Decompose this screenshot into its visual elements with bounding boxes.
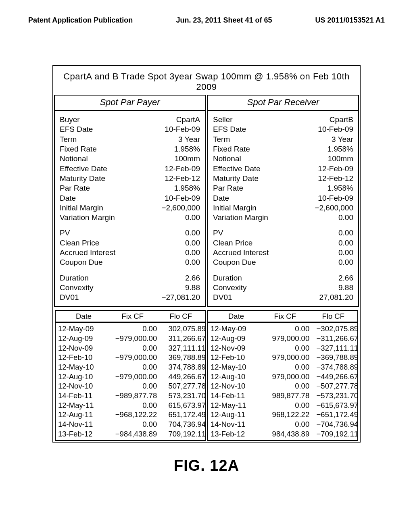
cashflow-cell-flo: 507,277.78: [157, 381, 207, 391]
cashflow-cell-fix: 0.00: [108, 362, 157, 372]
cashflow-row: 12-Aug-11968,122.22−651,172.49: [209, 410, 357, 420]
kv-value: 9.88: [185, 283, 200, 293]
cashflow-cell-fix: 0.00: [261, 420, 309, 429]
kv-label: Maturity Date: [60, 174, 105, 183]
kv-spacer: [213, 268, 353, 273]
cashflow-cell-flo: −704,736.94: [309, 420, 360, 429]
kv-spacer: [213, 222, 353, 228]
cashflow-cell-date: 12-Nov-09: [56, 343, 108, 353]
kv-value: 0.00: [338, 238, 353, 248]
kv-spacer: [60, 222, 200, 228]
cashflow-cell-flo: 311,266.67: [157, 334, 207, 343]
cashflow-row: 12-May-110.00615,673.97: [56, 401, 204, 410]
kv-label: Fixed Rate: [213, 144, 250, 154]
figure-title: CpartA and B Trade Spot 3year Swap 100mm…: [53, 66, 360, 94]
kv-row: Convexity9.88: [60, 283, 200, 293]
cashflow-cell-date: 12-May-11: [56, 401, 108, 410]
kv-value: CpartA: [176, 115, 200, 125]
kv-row: Effective Date12-Feb-09: [60, 164, 200, 174]
cashflow-cell-date: 12-Feb-10: [209, 353, 261, 362]
kv-row: Maturity Date12-Feb-12: [213, 174, 353, 183]
cashflow-cell-flo: 302,075.89: [157, 324, 207, 334]
cashflow-row: 13-Feb-12−984,438.89709,192.11: [56, 429, 204, 439]
cashflow-cell-fix: 0.00: [261, 324, 309, 334]
cashflow-cell-fix: 0.00: [108, 381, 157, 391]
kv-value: 0.00: [185, 238, 200, 248]
kv-label: Variation Margin: [213, 213, 268, 222]
kv-label: Accrued Interest: [60, 248, 115, 258]
kv-value: 0.00: [338, 213, 353, 222]
cashflow-cell-flo: −369,788.89: [309, 353, 360, 362]
kv-value: 1.958%: [327, 144, 353, 154]
kv-row: Coupon Due0.00: [60, 258, 200, 267]
kv-value: 12-Feb-12: [318, 174, 353, 183]
kv-row: Maturity Date12-Feb-12: [60, 174, 200, 183]
kv-row: Fixed Rate1.958%: [60, 144, 200, 154]
receiver-cf-body: 12-May-090.00−302,075.8912-Aug-09979,000…: [208, 322, 357, 440]
cashflow-cell-flo: 327,111.11: [157, 343, 207, 353]
cashflow-cell-flo: 704,736.94: [157, 420, 207, 429]
kv-value: 10-Feb-09: [165, 193, 200, 203]
cashflow-cell-flo: −302,075.89: [309, 324, 360, 334]
cashflow-cell-date: 12-Aug-10: [56, 372, 108, 382]
kv-row: Par Rate1.958%: [60, 183, 200, 193]
receiver-panel-title: Spot Par Receiver: [208, 96, 358, 111]
kv-row: Effective Date12-Feb-09: [213, 164, 353, 174]
cashflow-cell-date: 13-Feb-12: [56, 429, 108, 439]
kv-label: Term: [213, 135, 230, 144]
kv-value: 12-Feb-12: [165, 174, 200, 183]
payer-panel: Spot Par Payer BuyerCpartAEFS Date10-Feb…: [54, 95, 206, 307]
kv-row: PV0.00: [60, 228, 200, 238]
kv-value: 100mm: [328, 154, 353, 164]
kv-label: Term: [60, 135, 77, 144]
cashflow-cell-flo: −651,172.49: [309, 410, 360, 420]
cashflow-row: 14-Nov-110.00704,736.94: [56, 420, 204, 429]
kv-value: 3 Year: [332, 135, 353, 144]
kv-row: Initial Margin−2,600,000: [60, 203, 200, 213]
cashflow-cell-fix: −984,438.89: [108, 429, 157, 439]
cashflow-cell-date: 12-Aug-11: [56, 410, 108, 420]
kv-label: Seller: [213, 115, 233, 125]
cashflow-row: 12-Nov-100.00507,277.78: [56, 381, 204, 391]
receiver-cf-col-flo: Flo CF: [309, 312, 359, 321]
cashflow-cell-flo: −311,266.67: [309, 334, 360, 343]
kv-row: Notional100mm: [213, 154, 353, 164]
receiver-cf-col-fix: Fix CF: [261, 312, 309, 321]
kv-row: EFS Date10-Feb-09: [213, 125, 353, 134]
cashflow-row: 12-May-090.00302,075.89: [56, 324, 204, 334]
cashflow-row: 12-Nov-090.00−327,111.11: [209, 343, 357, 353]
cashflow-row: 12-May-100.00374,788.89: [56, 362, 204, 372]
kv-label: Variation Margin: [60, 213, 115, 222]
kv-row: DV01−27,081.20: [60, 293, 200, 302]
cashflow-cell-flo: 709,192.11: [157, 429, 207, 439]
cashflow-cell-fix: 0.00: [108, 324, 157, 334]
kv-row: Date10-Feb-09: [213, 193, 353, 203]
kv-value: −2,600,000: [161, 203, 200, 213]
kv-row: Accrued Interest0.00: [60, 248, 200, 258]
kv-row: BuyerCpartA: [60, 115, 200, 125]
kv-label: DV01: [60, 293, 79, 302]
cashflow-cell-date: 12-May-10: [56, 362, 108, 372]
cashflow-cell-flo: −449,266.67: [309, 372, 360, 382]
kv-row: Clean Price0.00: [213, 238, 353, 248]
kv-row: Duration2.66: [213, 273, 353, 283]
cashflow-cell-date: 12-Aug-09: [209, 334, 261, 343]
kv-label: DV01: [213, 293, 232, 302]
kv-value: 0.00: [185, 258, 200, 267]
payer-cf-col-flo: Flo CF: [157, 312, 206, 321]
cashflow-cell-fix: 0.00: [261, 401, 309, 410]
cashflow-row: 12-May-110.00−615,673.97: [209, 401, 357, 410]
kv-value: 0.00: [185, 248, 200, 258]
kv-value: 3 Year: [178, 135, 200, 144]
cashflow-cell-date: 14-Feb-11: [209, 391, 261, 401]
cashflow-cell-flo: 369,788.89: [157, 353, 207, 362]
kv-row: Term3 Year: [60, 135, 200, 144]
kv-value: 27,081.20: [319, 293, 353, 302]
cashflow-row: 12-Nov-090.00327,111.11: [56, 343, 204, 353]
kv-value: 0.00: [338, 228, 353, 238]
cashflow-cell-flo: 374,788.89: [157, 362, 207, 372]
cashflow-cell-fix: −979,000.00: [108, 334, 157, 343]
cashflow-cell-fix: −989,877.78: [108, 391, 157, 401]
cashflow-cell-flo: −327,111.11: [309, 343, 360, 353]
cashflow-cell-date: 12-Aug-11: [209, 410, 261, 420]
